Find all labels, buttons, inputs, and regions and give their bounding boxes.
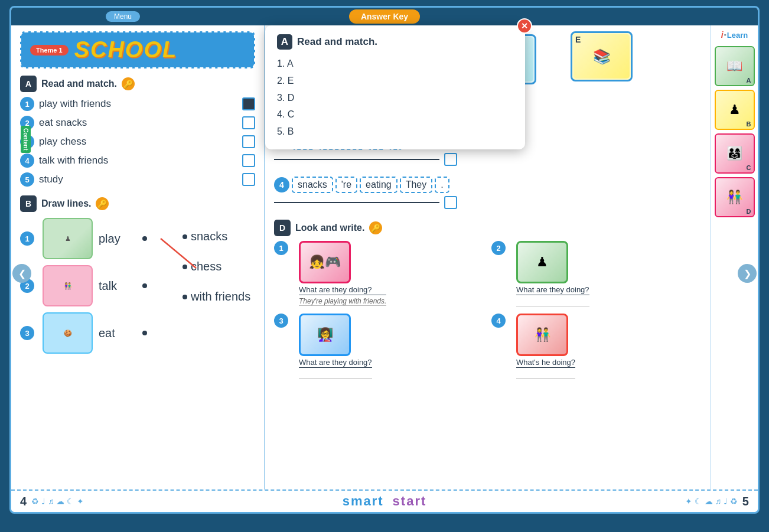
look-answer-3 — [299, 370, 372, 379]
draw-target-1: snacks — [183, 230, 250, 243]
thumb-b: ♟ B — [715, 90, 755, 130]
section-a-badge: A — [20, 76, 37, 92]
draw-num-3: 3 — [20, 326, 34, 340]
ilearn-learn: Learn — [727, 31, 748, 40]
sentence-line-3 — [274, 159, 439, 160]
overlay-title: A Read and match. — [277, 34, 513, 50]
overlay-close-button[interactable]: ✕ — [517, 18, 532, 34]
list-item: 5 study — [20, 172, 255, 187]
checkbox-4[interactable] — [242, 154, 255, 167]
section-d-title: Look and write. — [295, 223, 364, 233]
draw-target-3: with friends — [183, 290, 250, 303]
sentence-num-4: 4 — [274, 177, 289, 192]
checkbox-3[interactable] — [242, 135, 255, 148]
item-text-4: talk with friends — [39, 155, 242, 167]
ilearn-dash: - — [724, 31, 726, 39]
theme-title: SCHOOL — [74, 37, 178, 63]
look-write-item-1: 1 👧🎮 What are they doing? They're playin… — [274, 241, 484, 306]
ilearn-logo: i - Learn — [721, 30, 748, 40]
draw-img-2: 👫 — [43, 265, 93, 306]
content-sidebar-label: Content — [21, 126, 31, 153]
look-write-item-4: 4 👫 What's he doing? — [491, 314, 702, 379]
checkbox-1[interactable] — [242, 97, 255, 110]
section-b-title: Draw lines. — [41, 198, 91, 209]
word-box-they4: They — [400, 177, 433, 193]
look-content-1: 👧🎮 What are they doing? They're playing … — [299, 241, 386, 306]
look-answer-4 — [516, 370, 575, 379]
right-panel: i - Learn 📖 A ♟ B 👨‍👩‍👧 C 👫 D — [711, 25, 758, 489]
thumb-c-label: C — [747, 164, 751, 171]
draw-dot-1 — [142, 236, 147, 241]
item-text-2: eat snacks — [39, 117, 242, 129]
section-d-header: D Look and write. 🔑 — [274, 220, 702, 236]
answer-key-button[interactable]: Answer Key — [349, 9, 420, 24]
draw-num-1: 1 — [20, 231, 34, 246]
overlay-content: 1. A 2. E 3. D 4. C 5. B — [277, 56, 513, 141]
draw-row-3: 3 🍪 eat — [20, 312, 147, 354]
section-a-key-icon[interactable]: 🔑 — [122, 77, 135, 90]
theme-header: Theme 1 SCHOOL — [20, 31, 255, 68]
draw-col-left: 1 ♟ play 2 👫 talk — [20, 218, 147, 354]
look-answer-2 — [516, 297, 589, 306]
left-panel: Theme 1 SCHOOL A Read and match. 🔑 1 pla… — [11, 25, 265, 489]
draw-row-2: 2 👫 talk — [20, 265, 147, 306]
look-content-2: ♟ What are they doing? — [516, 241, 589, 306]
draw-target-dot-3 — [183, 295, 187, 299]
sentence-checkbox-4[interactable] — [444, 196, 457, 209]
menu-button[interactable]: Menu — [106, 11, 140, 22]
thumb-c: 👨‍👩‍👧 C — [715, 133, 755, 174]
item-num-5: 5 — [20, 172, 34, 187]
look-img-1: 👧🎮 — [299, 241, 351, 283]
nav-left-arrow[interactable]: ❮ — [12, 264, 31, 283]
footer: 4 ♻ ♩ ♬ ☁ ☾ ✦ smart start ✦ ☾ ☁ ♬ ♩ ♻ 5 — [11, 489, 758, 512]
look-answer-1: They're playing with friends. — [299, 297, 386, 306]
page-container: Menu Answer Key Content ❮ ❯ Theme 1 SCHO… — [9, 6, 760, 514]
look-write-item-3: 3 👩‍🏫 What are they doing? — [274, 314, 484, 379]
nav-right-arrow[interactable]: ❯ — [738, 264, 757, 283]
page-num-left: 4 — [20, 495, 27, 508]
thumb-b-label: B — [747, 120, 751, 128]
look-num-1: 1 — [274, 241, 288, 255]
draw-word-3: eat — [99, 327, 128, 340]
section-b-key-icon[interactable]: 🔑 — [96, 197, 109, 210]
draw-img-1: ♟ — [43, 218, 93, 259]
checkbox-5[interactable] — [242, 173, 255, 186]
section-a-title: Read and match. — [41, 79, 117, 89]
answer-overlay: ✕ A Read and match. 1. A 2. E 3. D 4. C … — [265, 25, 525, 149]
draw-row-1: 1 ♟ play — [20, 218, 147, 259]
look-question-4: What's he doing? — [516, 358, 575, 368]
draw-word-1: play — [99, 232, 128, 246]
look-num-2: 2 — [491, 241, 506, 255]
section-d-key-icon[interactable]: 🔑 — [369, 221, 382, 234]
item-text-5: study — [39, 174, 242, 185]
draw-target-2: chess — [183, 260, 250, 273]
answer-line-5: 5. B — [277, 123, 513, 141]
footer-smart: smart — [343, 494, 384, 509]
sentence-item-4: 4 snacks 're eating They . — [274, 177, 702, 209]
page-num-right: 5 — [742, 495, 749, 508]
thumb-d: 👫 D — [715, 177, 755, 217]
footer-left-area: 4 ♻ ♩ ♬ ☁ ☾ ✦ — [20, 495, 84, 508]
card-e: E 📚 — [571, 31, 633, 81]
look-content-3: 👩‍🏫 What are they doing? — [299, 314, 372, 379]
draw-target-word-3: with friends — [191, 290, 250, 303]
footer-decor-right: ✦ ☾ ☁ ♬ ♩ ♻ — [685, 497, 738, 506]
footer-center: smart start — [343, 494, 427, 509]
draw-target-word-1: snacks — [191, 230, 227, 243]
sentence-line-4 — [274, 202, 439, 203]
look-img-4: 👫 — [516, 314, 568, 356]
draw-lines-layout: 1 ♟ play 2 👫 talk — [20, 218, 255, 354]
section-b: B Draw lines. 🔑 1 ♟ play — [20, 195, 255, 377]
section-a-header: A Read and match. 🔑 — [20, 76, 255, 92]
sentence-line-row-4 — [274, 196, 702, 209]
word-box-eating: eating — [360, 177, 397, 193]
overlay-badge: A — [277, 34, 292, 50]
checkbox-2[interactable] — [242, 116, 255, 129]
look-write-item-2: 2 ♟ What are they doing? — [491, 241, 702, 306]
sentence-checkbox-3[interactable] — [444, 153, 457, 166]
look-num-4: 4 — [491, 314, 506, 328]
draw-dot-2 — [142, 283, 147, 288]
draw-dot-3 — [142, 331, 147, 335]
draw-target-dot-1 — [183, 234, 187, 239]
answer-line-3: 3. D — [277, 90, 513, 107]
